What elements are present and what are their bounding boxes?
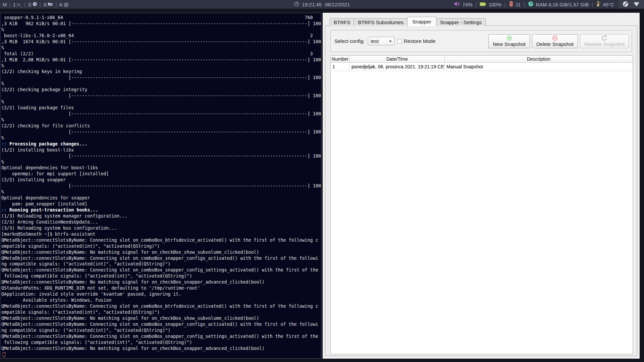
- tab-snapper[interactable]: Snapper: [407, 17, 436, 26]
- config-select[interactable]: test: [368, 37, 394, 45]
- table-cell-description: Manual Snapshot: [445, 63, 633, 71]
- clock-date: 06/12/2021: [325, 2, 350, 7]
- restore-icon: [601, 35, 607, 41]
- terminal-line: QMetaObject::connectSlotsByName: No matc…: [1, 279, 320, 285]
- terminal-line: Optional dependencies for snapper: [1, 195, 320, 201]
- separator: |: [55, 2, 57, 7]
- table-cell-number: 1: [331, 63, 350, 71]
- separator: |: [592, 2, 593, 7]
- terminal-line: QMetaObject::connectSlotsByName: Connect…: [1, 334, 320, 340]
- column-header-datetime[interactable]: Date/Time: [350, 56, 445, 62]
- terminal-line: ng compatible signals: ("activated(int)"…: [1, 261, 320, 267]
- terminal-line: [marko@SoSmooth ~]$ btrfs-assistant: [1, 231, 320, 237]
- snapper-toolbar: Select config: test Restore Mode New Sna…: [330, 30, 632, 52]
- volume-icon: [454, 1, 460, 7]
- minus-circle-icon: [552, 35, 558, 41]
- terminal-line: QMetaObject::connectSlotsByName: No matc…: [1, 346, 320, 352]
- new-snapshot-button[interactable]: New Snapshot: [488, 34, 530, 48]
- battery-status: 100%: [480, 2, 501, 7]
- terminal-line: %: [1, 81, 320, 87]
- plus-circle-icon: [506, 35, 512, 41]
- terminal-window[interactable]: snapper-0.9.1-1-x86_64 760,3 KiB 962 KiB…: [0, 13, 321, 359]
- terminal-line: ng compatible signals: ("activated(int)"…: [1, 327, 320, 334]
- chevron-down-icon: [389, 41, 392, 42]
- terminal-line: [---------------------------------------…: [1, 153, 320, 159]
- workspace-item-4[interactable]: 4:@: [59, 2, 69, 7]
- terminal-line: %: [1, 159, 320, 165]
- workspace-item-3[interactable]: 3:: [43, 2, 53, 7]
- terminal-line: ,3 MiB 1674 KiB/s 00:01 [---------------…: [1, 39, 320, 45]
- restore-snapshot-button[interactable]: Restore Snapshot: [580, 34, 629, 48]
- tab-bar: BTRFS BTRFS Subvolumes Snapper Snapper -…: [330, 13, 637, 26]
- temperature-status: 45°C: [596, 1, 614, 8]
- clock-time: 19:21:45: [302, 2, 322, 7]
- terminal-line: QMetaObject::connectSlotsByName: No matc…: [1, 249, 320, 255]
- terminal-line: %: [1, 27, 320, 33]
- terminal-line: pam: pam_snapper [installed]: [1, 201, 320, 207]
- terminal-line: %: [1, 63, 320, 69]
- snapshot-table: Number Date/Time Description 1ponedjelja…: [330, 55, 633, 354]
- cpu-icon: [509, 1, 514, 8]
- ram-status: RAM 4,16 GiB/1,57 GiB: [528, 1, 589, 8]
- firefox-icon: [33, 2, 37, 7]
- terminal-line: (2/3) Arming ConditionNeedsUpdate...: [1, 219, 320, 225]
- terminal-line: [---------------------------------------…: [1, 183, 320, 189]
- system-tray: [619, 0, 644, 9]
- terminal-line: QMetaObject::connectSlotsByName: Connect…: [1, 255, 320, 261]
- snapper-tab-panel: Select config: test Restore Mode New Sna…: [325, 25, 637, 356]
- terminal-line: QMetaObject::connectSlotsByName: Connect…: [1, 237, 320, 243]
- snapshot-buttons: New Snapshot Delete Snapshot Restore Sna…: [488, 34, 629, 48]
- delete-snapshot-button[interactable]: Delete Snapshot: [532, 34, 578, 48]
- terminal-line: QMetaObject::connectSlotsByName: Connect…: [1, 321, 320, 327]
- separator: |: [40, 2, 41, 7]
- network-icon[interactable]: [633, 1, 640, 8]
- snapshot-table-body: 1ponedjeljak, 06. prosinca 2021. 19:21:1…: [331, 63, 633, 71]
- column-header-number[interactable]: Number: [331, 56, 350, 62]
- taskbar: M | 1:>_ | 2: | 3: | 4:@ 19:21:45 06/12/…: [0, 0, 644, 9]
- terminal-line: (1/3) Reloading system manager configura…: [1, 213, 320, 219]
- terminal-line: (2/2) checking package integrity: [1, 87, 320, 93]
- terminal-output: snapper-0.9.1-1-x86_64 760,3 KiB 962 KiB…: [1, 15, 320, 357]
- workspace-mode-label: M: [3, 2, 7, 7]
- ram-gauge-icon: [528, 1, 534, 8]
- terminal-line: Total (2/2) 3: [1, 51, 320, 57]
- terminal-line: %: [1, 189, 320, 195]
- terminal-line: (2/2) checking keys in keyring: [1, 69, 320, 75]
- terminal-icon: >_: [17, 2, 22, 7]
- workspace-item-2[interactable]: 2:: [28, 2, 37, 7]
- separator: |: [24, 2, 26, 7]
- restore-mode-checkbox[interactable]: [397, 39, 402, 44]
- separator: |: [476, 2, 477, 7]
- table-row[interactable]: 1ponedjeljak, 06. prosinca 2021. 19:21:1…: [331, 63, 633, 71]
- steam-icon[interactable]: [623, 1, 629, 8]
- workspace-item-1[interactable]: 1:>_: [13, 2, 22, 7]
- volume-status: 74%: [454, 1, 472, 7]
- terminal-line: :: Processing package changes...: [1, 141, 320, 147]
- terminal-line: (1/2) installing boost-libs: [1, 147, 320, 153]
- terminal-line: Available styles: Windows, Fusion: [1, 297, 320, 303]
- terminal-line: Optional dependencies for boost-libs: [1, 165, 320, 171]
- column-header-description[interactable]: Description: [445, 56, 633, 62]
- temperature-icon: [596, 1, 601, 8]
- restore-mode-label: Restore Mode: [404, 38, 435, 44]
- workspace-list: M | 1:>_ | 2: | 3: | 4:@: [0, 2, 69, 7]
- terminal-line: QApplication: invalid style override 'kv…: [1, 291, 320, 297]
- terminal-line: (2/2) loading package files: [1, 105, 320, 111]
- separator: |: [504, 2, 506, 7]
- terminal-line: %: [1, 135, 320, 141]
- tab-btrfs-subvolumes[interactable]: BTRFS Subvolumes: [354, 18, 408, 26]
- config-select-value: test: [371, 38, 379, 44]
- terminal-line: %: [1, 117, 320, 123]
- select-config-label: Select config:: [334, 38, 365, 44]
- snapshot-table-header: Number Date/Time Description: [331, 56, 633, 63]
- tab-snapper-settings[interactable]: Snapper - Settings: [436, 18, 486, 26]
- terminal-line: QMetaObject::connectSlotsByName: No matc…: [1, 315, 320, 321]
- terminal-line: %: [1, 45, 320, 51]
- terminal-line: boost-libs-1.76.0-2-x86_64 2: [1, 33, 320, 39]
- clock: 19:21:45 06/12/2021: [294, 1, 350, 7]
- tab-btrfs[interactable]: BTRFS: [330, 18, 354, 26]
- terminal-line: ,1 MiB 2,08 MiB/s 00:01 [---------------…: [1, 57, 320, 63]
- btrfs-assistant-window: BTRFS BTRFS Subvolumes Snapper Snapper -…: [323, 13, 640, 359]
- terminal-line: [---------------------------------------…: [1, 129, 320, 135]
- terminal-line: (2/2) installing snapper: [1, 177, 320, 183]
